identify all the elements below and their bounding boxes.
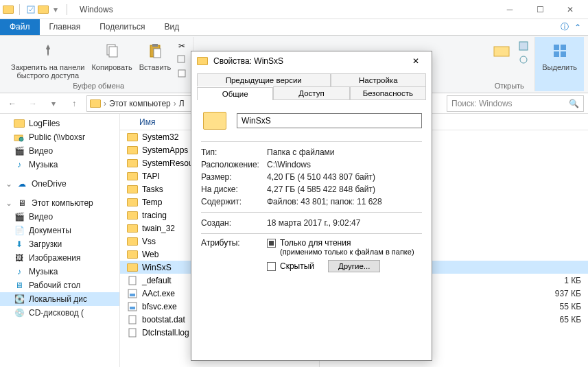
svg-rect-8 (494, 47, 509, 56)
file-name: Tasks (142, 185, 163, 194)
tab-view[interactable]: Вид (154, 19, 189, 35)
breadcrumb-drive[interactable]: Л (179, 99, 185, 108)
nav-item-onedrive[interactable]: ⌄☁OneDrive (0, 177, 119, 191)
folder-icon (127, 132, 138, 143)
prop-contains-value: Файлов: 43 801; папок: 11 628 (267, 197, 422, 206)
ribbon-collapse-icon[interactable]: ⓘ (561, 21, 569, 33)
exe-icon (127, 288, 138, 299)
svg-rect-2 (109, 47, 117, 57)
nav-item-pc-docs[interactable]: 📄Документы (0, 224, 119, 237)
folder-icon (90, 99, 101, 108)
qat-folder-icon[interactable] (38, 4, 49, 15)
video-icon: 🎬 (14, 211, 25, 222)
copy-button[interactable]: Копировать (89, 38, 134, 73)
copy-path-icon[interactable] (175, 54, 189, 66)
file-name: SystemResou (142, 158, 193, 168)
tab-customize[interactable]: Настройка (331, 73, 427, 86)
tab-share[interactable]: Поделиться (90, 19, 154, 35)
cut-icon[interactable]: ✂ (175, 40, 189, 52)
prop-created-label: Создан: (201, 218, 264, 228)
select-icon (549, 40, 571, 62)
svg-rect-23 (129, 329, 136, 337)
checkbox-icon (267, 262, 276, 271)
readonly-checkbox[interactable]: Только для чтения (применимо только к фа… (267, 238, 422, 256)
help-icon[interactable]: ⌃ (574, 23, 581, 32)
folder-icon (14, 118, 25, 129)
file-name: tracing (142, 211, 167, 220)
advanced-button[interactable]: Другие... (328, 260, 380, 272)
file-icon (127, 275, 138, 286)
prop-type-value: Папка с файлами (267, 147, 422, 157)
music-icon: ♪ (14, 159, 25, 170)
svg-rect-19 (130, 294, 135, 296)
nav-forward-button[interactable]: → (25, 95, 41, 112)
paste-shortcut-icon[interactable] (175, 67, 189, 80)
paste-button[interactable]: Вставить (137, 38, 174, 73)
tab-general[interactable]: Общие (197, 87, 273, 100)
folder-name-input[interactable] (237, 113, 422, 128)
close-button[interactable]: ✕ (555, 0, 585, 19)
nav-item-public[interactable]: Public (\\vboxsr (0, 130, 119, 144)
minimize-button[interactable]: ─ (495, 0, 525, 19)
prop-location-label: Расположение: (201, 160, 264, 169)
nav-item-logfiles[interactable]: LogFiles (0, 117, 119, 130)
exe-icon (127, 301, 138, 312)
readonly-sublabel: (применимо только к файлам в папке) (280, 248, 414, 256)
nav-item-pc-music[interactable]: ♪Музыка (0, 265, 119, 279)
window-title: Windows (80, 5, 113, 14)
open-button[interactable] (488, 38, 515, 63)
svg-rect-6 (178, 56, 185, 62)
cd-icon: 💿 (14, 307, 25, 318)
nav-item-pc-downloads[interactable]: ⬇Загрузки (0, 237, 119, 251)
file-name: bootstat.dat (142, 315, 185, 324)
nav-item-pc-localdisk[interactable]: 💽Локальный дис (0, 292, 119, 306)
select-button[interactable]: Выделить (539, 38, 580, 73)
nav-back-button[interactable]: ← (4, 95, 21, 112)
search-input[interactable]: Поиск: Windows 🔍 (447, 95, 584, 112)
nav-item-thispc[interactable]: ⌄🖥Этот компьютер (0, 196, 119, 210)
dialog-close-button[interactable]: ✕ (405, 54, 426, 69)
folder-icon (197, 57, 208, 65)
folder-icon (127, 249, 138, 260)
nav-item-music[interactable]: ♪Музыка (0, 158, 119, 171)
hidden-checkbox[interactable]: Скрытый (267, 261, 314, 271)
nav-item-pc-video[interactable]: 🎬Видео (0, 210, 119, 224)
svg-rect-17 (129, 276, 136, 285)
nav-recent-button[interactable]: ▾ (45, 95, 62, 112)
music-icon: ♪ (14, 266, 25, 277)
documents-icon: 📄 (14, 225, 25, 236)
history-icon[interactable] (517, 54, 530, 66)
paste-icon (144, 40, 166, 62)
file-name: System32 (142, 132, 178, 142)
nav-item-pc-desktop[interactable]: 🖥Рабочий стол (0, 279, 119, 292)
pin-button[interactable]: Закрепить на панели быстрого доступа (8, 38, 87, 81)
file-icon (127, 327, 138, 338)
tab-security[interactable]: Безопасность (350, 86, 426, 99)
breadcrumb-thispc[interactable]: Этот компьютер (109, 99, 171, 108)
nav-item-pc-cd[interactable]: 💿CD-дисковод ( (0, 306, 119, 320)
folder-icon (127, 184, 138, 195)
edit-icon[interactable] (517, 40, 530, 52)
tab-sharing[interactable]: Доступ (273, 86, 349, 99)
svg-rect-4 (152, 44, 158, 47)
nav-item-pc-pictures[interactable]: 🖼Изображения (0, 251, 119, 265)
svg-rect-9 (519, 42, 528, 50)
svg-rect-11 (554, 45, 559, 50)
qat-checkbox-icon[interactable] (25, 4, 36, 15)
qat-dropdown-icon[interactable]: ▾ (50, 4, 61, 15)
file-name: bfsvc.exe (142, 302, 177, 311)
hidden-label: Скрытый (280, 261, 314, 271)
file-name: TAPI (142, 171, 160, 181)
file-name: Web (142, 250, 158, 259)
tab-file[interactable]: Файл (0, 19, 40, 35)
maximize-button[interactable]: ☐ (525, 0, 555, 19)
nav-up-button[interactable]: ↑ (66, 95, 82, 112)
folder-icon (127, 236, 138, 247)
search-icon: 🔍 (569, 99, 579, 108)
nav-tree[interactable]: LogFiles Public (\\vboxsr 🎬Видео ♪Музыка… (0, 114, 120, 367)
nav-item-video[interactable]: 🎬Видео (0, 144, 119, 158)
tab-previous-versions[interactable]: Предыдущие версии (197, 73, 331, 86)
prop-created-value: 18 марта 2017 г., 9:02:47 (267, 218, 422, 228)
tab-home[interactable]: Главная (40, 19, 91, 35)
svg-point-10 (520, 56, 527, 63)
